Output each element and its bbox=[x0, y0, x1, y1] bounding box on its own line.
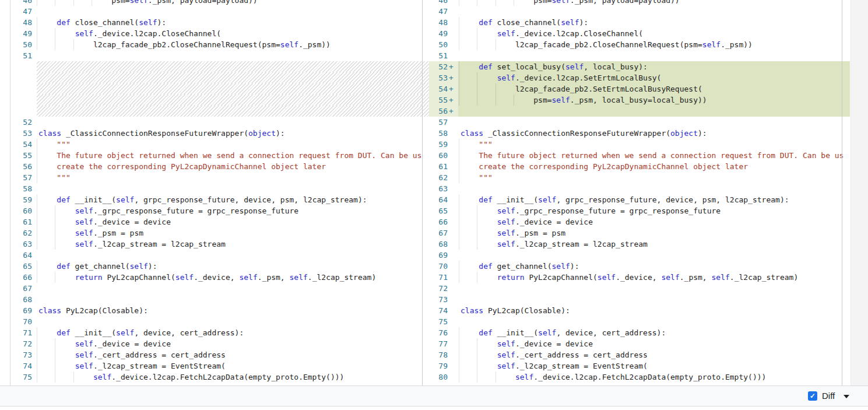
code-line-row[interactable]: 71 return PyL2capChannel(self._device, s… bbox=[429, 272, 850, 283]
line-number[interactable]: 62 bbox=[10, 227, 32, 239]
code-line-row[interactable]: 65 def get_channel(self): bbox=[0, 261, 429, 272]
line-number[interactable]: 57 bbox=[10, 172, 32, 183]
code-line-row[interactable]: 74class PyL2cap(Closable): bbox=[429, 305, 850, 316]
line-number[interactable]: 46 bbox=[10, 0, 32, 6]
code-line-row[interactable]: 57 bbox=[429, 117, 850, 128]
line-number[interactable]: 51 bbox=[10, 50, 32, 61]
code-line-row[interactable]: 60 self._grpc_response_future = grpc_res… bbox=[0, 205, 429, 216]
line-number[interactable]: 56 bbox=[429, 106, 448, 117]
line-number[interactable]: 66 bbox=[10, 272, 32, 283]
code-line-row[interactable]: 78 self._cert_address = cert_address bbox=[429, 349, 850, 360]
code-line-row[interactable]: 68 self._l2cap_stream = l2cap_stream bbox=[429, 239, 850, 250]
code-line-row[interactable]: 59 """ bbox=[429, 139, 850, 150]
line-number[interactable]: 48 bbox=[10, 17, 32, 28]
line-number[interactable]: 73 bbox=[429, 294, 448, 305]
code-line-row[interactable]: 58 bbox=[0, 183, 429, 194]
code-line-row[interactable]: 64 bbox=[0, 250, 429, 261]
code-line-row[interactable]: 63 bbox=[429, 183, 850, 194]
line-number[interactable]: 47 bbox=[429, 6, 448, 17]
line-number[interactable]: 56 bbox=[10, 161, 32, 172]
line-number[interactable]: 77 bbox=[429, 338, 448, 349]
code-line-row[interactable]: 67 self._psm = psm bbox=[429, 227, 850, 239]
code-line-row[interactable]: 63 self._l2cap_stream = l2cap_stream bbox=[0, 239, 429, 250]
code-line-row[interactable]: 68 bbox=[0, 294, 429, 305]
line-number[interactable]: 52 bbox=[10, 117, 32, 128]
line-number[interactable]: 61 bbox=[429, 161, 448, 172]
line-number[interactable]: 70 bbox=[10, 316, 32, 327]
code-line-row[interactable]: 64 def __init__(self, grpc_response_futu… bbox=[429, 194, 850, 205]
code-line-row[interactable]: 79 self._l2cap_stream = EventStream( bbox=[429, 360, 850, 372]
code-line-row[interactable]: 53+ self._device.l2cap.SetErtmLocalBusy( bbox=[429, 72, 850, 83]
code-line-row[interactable]: 66 self._device = device bbox=[429, 216, 850, 227]
line-number[interactable]: 49 bbox=[10, 28, 32, 39]
code-line-row[interactable]: 67 bbox=[0, 283, 429, 294]
line-number[interactable] bbox=[10, 72, 32, 83]
code-line-row[interactable]: 50 l2cap_facade_pb2.CloseChannelRequest(… bbox=[0, 39, 429, 50]
line-number[interactable] bbox=[10, 106, 32, 117]
code-line-row[interactable]: 55 The future object returned when we se… bbox=[0, 150, 429, 161]
line-number[interactable]: 79 bbox=[429, 360, 448, 372]
code-line-row[interactable]: 46 psm=self._psm, payload=payload)) bbox=[429, 0, 850, 6]
line-number[interactable]: 59 bbox=[429, 139, 448, 150]
line-number[interactable]: 46 bbox=[429, 0, 448, 6]
code-line-row[interactable]: 75 bbox=[429, 316, 850, 327]
code-line-row[interactable]: 66 return PyL2capChannel(self._device, s… bbox=[0, 272, 429, 283]
code-line-row[interactable]: 52 bbox=[0, 117, 429, 128]
code-line-row[interactable]: 69 bbox=[429, 250, 850, 261]
line-number[interactable]: 72 bbox=[429, 283, 448, 294]
line-number[interactable]: 75 bbox=[429, 316, 448, 327]
code-line-row[interactable]: 47 bbox=[0, 6, 429, 17]
code-line-row[interactable]: 57 """ bbox=[0, 172, 429, 183]
code-line-row[interactable]: 54 """ bbox=[0, 139, 429, 150]
code-line-row[interactable]: 61 self._device = device bbox=[0, 216, 429, 227]
code-line-row[interactable]: 73 bbox=[429, 294, 850, 305]
line-number[interactable]: 55 bbox=[429, 94, 448, 106]
line-number[interactable]: 76 bbox=[429, 327, 448, 338]
code-line-row[interactable]: 47 bbox=[429, 6, 850, 17]
code-line-row[interactable]: 48 def close_channel(self): bbox=[0, 17, 429, 28]
code-line-row[interactable]: 61 create the corresponding PyL2capDynam… bbox=[429, 161, 850, 172]
line-number[interactable]: 54 bbox=[10, 139, 32, 150]
line-number[interactable]: 60 bbox=[429, 150, 448, 161]
line-number[interactable]: 50 bbox=[10, 39, 32, 50]
code-line-row[interactable]: 71 def __init__(self, device, cert_addre… bbox=[0, 327, 429, 338]
line-number[interactable]: 53 bbox=[10, 128, 32, 139]
code-line-row[interactable]: 74 self._l2cap_stream = EventStream( bbox=[0, 360, 429, 372]
line-number[interactable]: 65 bbox=[10, 261, 32, 272]
code-line-row[interactable]: 77 self._device = device bbox=[429, 338, 850, 349]
line-number[interactable]: 64 bbox=[10, 250, 32, 261]
code-line-row[interactable]: 69class PyL2cap(Closable): bbox=[0, 305, 429, 316]
code-line-row[interactable]: 70 bbox=[0, 316, 429, 327]
line-number[interactable]: 71 bbox=[429, 272, 448, 283]
line-number[interactable]: 69 bbox=[429, 250, 448, 261]
code-line-row[interactable]: 55+ psm=self._psm, local_busy=local_busy… bbox=[429, 94, 850, 106]
line-number[interactable]: 71 bbox=[10, 327, 32, 338]
line-number[interactable]: 60 bbox=[10, 205, 32, 216]
code-line-row[interactable]: 53class _ClassicConnectionResponseFuture… bbox=[0, 128, 429, 139]
line-number[interactable]: 67 bbox=[10, 283, 32, 294]
code-line-row[interactable]: 75 self._device.l2cap.FetchL2capData(emp… bbox=[0, 372, 429, 383]
code-line-row[interactable]: 62 self._psm = psm bbox=[0, 227, 429, 239]
line-number[interactable]: 66 bbox=[429, 216, 448, 227]
diff-toggle-checkbox[interactable]: ✓ bbox=[808, 391, 817, 401]
line-number[interactable]: 52 bbox=[429, 61, 448, 72]
line-number[interactable]: 61 bbox=[10, 216, 32, 227]
code-line-row[interactable]: 49 self._device.l2cap.CloseChannel( bbox=[429, 28, 850, 39]
code-line-row[interactable]: 50 l2cap_facade_pb2.CloseChannelRequest(… bbox=[429, 39, 850, 50]
line-number[interactable]: 68 bbox=[429, 239, 448, 250]
line-number[interactable]: 65 bbox=[429, 205, 448, 216]
line-number[interactable]: 63 bbox=[10, 239, 32, 250]
line-number[interactable]: 64 bbox=[429, 194, 448, 205]
code-line-row[interactable]: 51 bbox=[0, 50, 429, 61]
code-line-row[interactable]: 51 bbox=[429, 50, 850, 61]
line-number[interactable] bbox=[10, 61, 32, 72]
line-number[interactable]: 55 bbox=[10, 150, 32, 161]
code-line-row[interactable]: 72 self._device = device bbox=[0, 338, 429, 349]
line-number[interactable]: 54 bbox=[429, 83, 448, 94]
line-number[interactable]: 74 bbox=[429, 305, 448, 316]
code-line-row[interactable]: 46 psm=self._psm, payload=payload)) bbox=[0, 0, 429, 6]
line-number[interactable]: 48 bbox=[429, 17, 448, 28]
line-number[interactable]: 47 bbox=[10, 6, 32, 17]
line-number[interactable]: 59 bbox=[10, 194, 32, 205]
code-line-row[interactable]: 58class _ClassicConnectionResponseFuture… bbox=[429, 128, 850, 139]
